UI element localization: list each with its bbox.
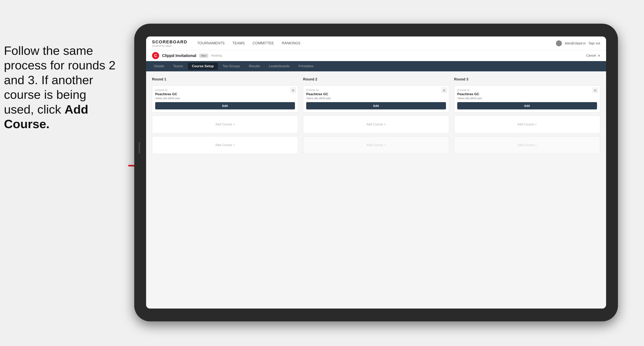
round-3-course-card: ⊟ (Course A) Peachtree GC Yellow (M) (66… bbox=[454, 85, 600, 113]
round-2-edit-button[interactable]: Edit bbox=[306, 102, 446, 109]
round-2-course-card: ⊟ (Course A) Peachtree GC Yellow (M) (66… bbox=[303, 85, 449, 113]
tab-course-setup[interactable]: Course Setup bbox=[188, 63, 218, 70]
round-1-course-detail: Yellow (M) (6629 yds) bbox=[155, 97, 295, 100]
tab-printables[interactable]: Printables bbox=[294, 63, 318, 70]
nav-tournaments[interactable]: TOURNAMENTS bbox=[197, 40, 225, 46]
tab-details[interactable]: Details bbox=[150, 63, 168, 70]
sign-out-link[interactable]: Sign out bbox=[588, 42, 600, 45]
round-3-add-course-2: Add Course + bbox=[454, 136, 600, 154]
logo-sub: Powered by clippd bbox=[152, 44, 187, 47]
tournament-name: Clippd Invitational bbox=[162, 53, 196, 58]
round-1-remove-button[interactable]: ⊟ bbox=[290, 88, 296, 93]
round-3-title: Round 3 bbox=[454, 77, 600, 81]
hosting-badge: Hosting bbox=[211, 54, 222, 57]
round-1-title: Round 1 bbox=[152, 77, 298, 81]
main-content: Round 1 ⊟ (Course A) Peachtree GC Yellow… bbox=[146, 71, 606, 309]
tab-tee-groups[interactable]: Tee Groups bbox=[219, 63, 244, 70]
tab-leaderboards[interactable]: Leaderboards bbox=[265, 63, 294, 70]
round-1-add-course-1[interactable]: Add Course + bbox=[152, 116, 298, 133]
round-3-edit-button[interactable]: Edit bbox=[457, 102, 597, 109]
top-nav: SCOREBOARD Powered by clippd TOURNAMENTS… bbox=[146, 36, 606, 50]
round-2-add-course-2: Add Course + bbox=[303, 136, 449, 154]
round-1-add-course-2[interactable]: Add Course + bbox=[152, 136, 298, 154]
user-email: blair@clippd.io bbox=[565, 42, 586, 45]
tablet-screen: SCOREBOARD Powered by clippd TOURNAMENTS… bbox=[146, 36, 606, 309]
nav-teams[interactable]: TEAMS bbox=[232, 40, 245, 46]
nav-rankings[interactable]: RANKINGS bbox=[282, 40, 300, 46]
round-3-column: Round 3 ⊟ (Course A) Peachtree GC Yellow… bbox=[454, 77, 600, 154]
nav-right: blair@clippd.io Sign out bbox=[556, 40, 600, 46]
round-2-course-label: (Course A) bbox=[306, 89, 446, 91]
nav-links: TOURNAMENTS TEAMS COMMITTEE RANKINGS bbox=[197, 40, 300, 46]
round-3-remove-button[interactable]: ⊟ bbox=[592, 88, 598, 93]
round-1-course-card: ⊟ (Course A) Peachtree GC Yellow (M) (66… bbox=[152, 85, 298, 113]
tablet-frame: SCOREBOARD Powered by clippd TOURNAMENTS… bbox=[134, 24, 618, 321]
instruction-text: Follow the same process for rounds 2 and… bbox=[4, 43, 118, 131]
close-icon: ✕ bbox=[598, 54, 600, 58]
user-avatar bbox=[556, 40, 562, 46]
cancel-button[interactable]: Cancel ✕ bbox=[586, 54, 600, 58]
gender-badge: Men bbox=[199, 54, 208, 58]
round-2-course-detail: Yellow (M) (6629 yds) bbox=[306, 97, 446, 100]
nav-left: SCOREBOARD Powered by clippd TOURNAMENTS… bbox=[152, 39, 300, 47]
round-2-course-name: Peachtree GC bbox=[306, 92, 446, 96]
round-1-column: Round 1 ⊟ (Course A) Peachtree GC Yellow… bbox=[152, 77, 298, 154]
round-1-edit-button[interactable]: Edit bbox=[155, 102, 295, 109]
logo-area: SCOREBOARD Powered by clippd bbox=[152, 39, 187, 47]
round-3-course-detail: Yellow (M) (6629 yds) bbox=[457, 97, 597, 100]
logo-scoreboard: SCOREBOARD bbox=[152, 39, 187, 44]
tab-results[interactable]: Results bbox=[245, 63, 264, 70]
rounds-container: Round 1 ⊟ (Course A) Peachtree GC Yellow… bbox=[152, 77, 600, 154]
clippd-logo: C bbox=[152, 52, 159, 59]
round-3-course-name: Peachtree GC bbox=[457, 92, 597, 96]
round-2-add-course-1[interactable]: Add Course + bbox=[303, 116, 449, 133]
tournament-left: C Clippd Invitational Men Hosting bbox=[152, 52, 222, 59]
round-3-course-label: (Course A) bbox=[457, 89, 597, 91]
round-3-add-course-1[interactable]: Add Course + bbox=[454, 116, 600, 133]
round-2-title: Round 2 bbox=[303, 77, 449, 81]
round-2-column: Round 2 ⊟ (Course A) Peachtree GC Yellow… bbox=[303, 77, 449, 154]
round-1-course-label: (Course A) bbox=[155, 89, 295, 91]
tab-teams[interactable]: Teams bbox=[169, 63, 187, 70]
round-1-course-name: Peachtree GC bbox=[155, 92, 295, 96]
round-2-remove-button[interactable]: ⊟ bbox=[442, 88, 447, 93]
nav-committee[interactable]: COMMITTEE bbox=[253, 40, 274, 46]
tournament-bar: C Clippd Invitational Men Hosting Cancel… bbox=[146, 50, 606, 61]
tab-bar: Details Teams Course Setup Tee Groups Re… bbox=[146, 61, 606, 71]
